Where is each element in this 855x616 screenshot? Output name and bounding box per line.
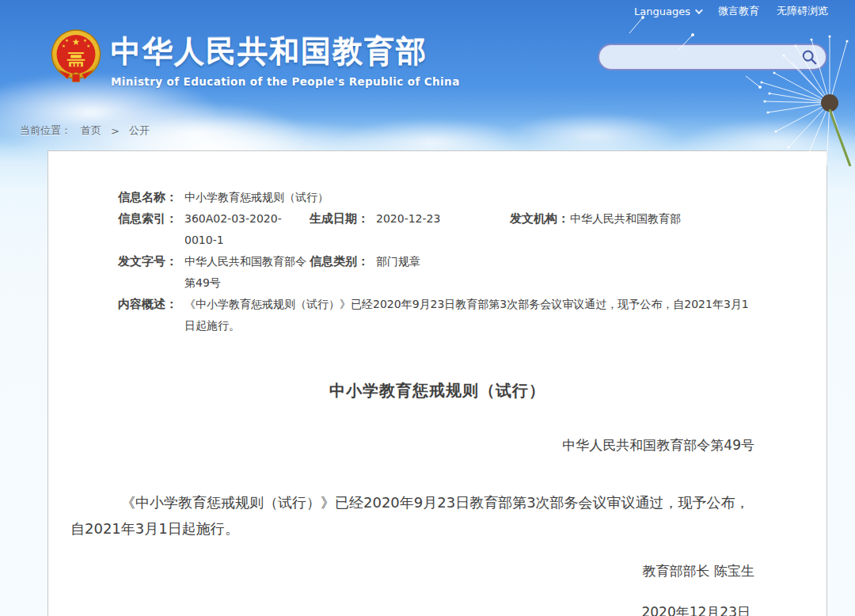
meta-row-summary: 内容概述： 《中小学教育惩戒规则（试行）》已经2020年9月23日教育部第3次部… [118,294,761,337]
meta-category-value: 部门规章 [376,251,510,272]
meta-summary-value: 《中小学教育惩戒规则（试行）》已经2020年9月23日教育部第3次部务会议审议通… [184,294,757,337]
meta-summary-label: 内容概述： [118,294,184,315]
document-metadata: 信息名称： 中小学教育惩戒规则（试行） 信息索引： 360A02-03-2020… [48,151,761,337]
meta-index-value: 360A02-03-2020-0010-1 [184,208,310,251]
site-title: 中华人民共和国教育部 [111,32,460,72]
document-body-paragraph: 《中小学教育惩戒规则（试行）》已经2020年9月23日教育部第3次部务会议审议通… [70,489,755,542]
svg-text:★: ★ [65,38,69,43]
meta-docnum-value: 中华人民共和国教育部令第49号 [184,251,310,294]
meta-agency-label: 发文机构： [510,208,570,230]
site-subtitle: Ministry of Education of the People's Re… [111,75,460,88]
meta-row-name: 信息名称： 中小学教育惩戒规则（试行） [118,187,761,208]
svg-text:★: ★ [62,44,66,48]
languages-menu[interactable]: Languages [634,6,701,17]
breadcrumb-separator: > [111,125,120,137]
meta-docnum-label: 发文字号： [118,251,184,272]
meta-row-docnum: 发文字号： 中华人民共和国教育部令第49号 信息类别： 部门规章 [118,251,761,294]
document-order-number: 中华人民共和国教育部令第49号 [48,436,826,454]
breadcrumb: 当前位置： 首页 > 公开 [20,124,150,138]
site-header: 中华人民共和国教育部 Ministry of Education of the … [111,32,460,88]
svg-text:★: ★ [83,38,87,43]
meta-date-value: 2020-12-23 [376,208,510,230]
meta-agency-value: 中华人民共和国教育部 [570,208,761,230]
search-bar [598,44,827,70]
meta-index-label: 信息索引： [118,208,184,230]
svg-text:★: ★ [86,44,90,48]
meta-row-index: 信息索引： 360A02-03-2020-0010-1 生成日期： 2020-1… [118,208,761,251]
breadcrumb-prefix: 当前位置： [20,124,71,138]
content-panel: 信息名称： 中小学教育惩戒规则（试行） 信息索引： 360A02-03-2020… [48,150,827,616]
accessibility-link[interactable]: 无障碍浏览 [777,4,828,18]
dandelion-graphic [554,0,855,166]
svg-text:★: ★ [72,36,80,48]
breadcrumb-section-link[interactable]: 公开 [129,124,150,138]
meta-date-label: 生成日期： [310,208,376,230]
meta-name-value: 中小学教育惩戒规则（试行） [184,187,761,208]
weiyan-link[interactable]: 微言教育 [718,4,759,18]
document-signature: 教育部部长 陈宝生 [48,562,826,580]
search-input[interactable] [612,45,800,69]
national-emblem-logo: ★ ★ ★ ★ ★ [49,29,103,86]
document-title: 中小学教育惩戒规则（试行） [48,380,826,401]
search-icon[interactable] [800,48,818,66]
breadcrumb-home-link[interactable]: 首页 [81,124,101,138]
meta-name-label: 信息名称： [118,187,184,208]
document-date: 2020年12月23日 [48,603,826,616]
meta-category-label: 信息类别： [310,251,376,272]
topbar: Languages 微言教育 无障碍浏览 [634,4,828,18]
languages-label: Languages [634,6,690,17]
chevron-down-icon [695,6,703,14]
